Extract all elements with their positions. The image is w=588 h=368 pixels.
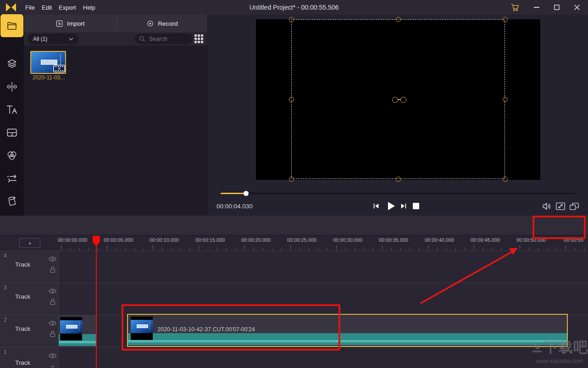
menu-file[interactable]: File: [25, 4, 35, 11]
fullscreen-icon[interactable]: [555, 202, 566, 211]
split-screen-icon: [6, 127, 18, 139]
previous-frame-button[interactable]: [372, 202, 380, 210]
watermark-text: 下载吧: [544, 338, 588, 357]
selection-handle-mid-right[interactable]: [503, 97, 508, 102]
sidebar-item-effects[interactable]: [6, 58, 18, 70]
selection-handle-bottom-right[interactable]: [503, 177, 508, 182]
ruler-label: 00:00:05.000: [104, 237, 133, 243]
track-number: 4: [4, 252, 7, 259]
unlock-icon[interactable]: [49, 266, 56, 273]
selection-handle-top-left[interactable]: [289, 17, 294, 22]
seek-thumb[interactable]: [244, 191, 249, 196]
ruler-label: 00:00:35.000: [379, 237, 408, 243]
menu-help[interactable]: Help: [83, 4, 95, 11]
ruler-label: 00:00:45.000: [471, 237, 500, 243]
annotation-box-clip: [122, 304, 340, 351]
timeline-toolbar: Export: [0, 216, 588, 235]
clip-thumbnail: [60, 317, 82, 340]
next-frame-button[interactable]: [400, 202, 407, 210]
close-button[interactable]: [571, 1, 582, 14]
track-header-2[interactable]: 2 Track: [0, 315, 59, 347]
minimize-button[interactable]: [531, 1, 542, 14]
seek-bar-progress: [221, 193, 246, 194]
search-input[interactable]: [148, 35, 189, 43]
selection-handle-top-right[interactable]: [503, 17, 508, 22]
selection-rotate-handle[interactable]: [400, 97, 406, 103]
tab-import[interactable]: Import: [24, 15, 116, 32]
store-cart-icon[interactable]: [510, 3, 520, 11]
media-tabs: Import Record: [24, 15, 207, 32]
sidebar-item-media[interactable]: [0, 14, 23, 37]
rotate-element-icon: [6, 195, 18, 207]
unlock-icon[interactable]: [49, 365, 56, 368]
track-name: Track: [15, 261, 30, 268]
window-title: Untitled Project* - 00:00:55.506: [183, 4, 405, 11]
sidebar: [0, 15, 24, 216]
eye-icon[interactable]: [48, 256, 57, 262]
ruler-label: 00:00:15.000: [195, 237, 225, 243]
play-button[interactable]: [385, 201, 396, 212]
view-grid-icon[interactable]: [194, 34, 203, 43]
watermark-url: www.xiazaiba.com: [531, 358, 588, 364]
detach-window-icon[interactable]: [569, 202, 579, 211]
menu-export[interactable]: Export: [59, 4, 76, 11]
playhead-line[interactable]: [96, 239, 97, 368]
selection-handle-bottom-left[interactable]: [289, 177, 294, 182]
film-badge-icon: [53, 65, 65, 72]
media-panel: Import Record All (1): [24, 15, 207, 216]
unlock-icon[interactable]: [49, 330, 56, 338]
search-icon: [139, 36, 145, 42]
overlap-circles-icon: [6, 150, 18, 162]
track-divider: [0, 283, 588, 283]
media-library-item[interactable]: 2020-11-03...: [30, 51, 67, 80]
sidebar-item-transitions[interactable]: [6, 173, 18, 184]
selection-handle-mid-left[interactable]: [289, 97, 294, 102]
track-header-4[interactable]: 4 Track: [0, 251, 59, 283]
maximize-button[interactable]: [551, 1, 562, 14]
timeline-clip-fragment[interactable]: [59, 315, 96, 347]
selection-handle-top-center[interactable]: [396, 17, 401, 22]
sidebar-item-motion[interactable]: [6, 195, 18, 207]
unlock-icon[interactable]: [49, 298, 56, 306]
eye-icon[interactable]: [48, 288, 57, 294]
ruler-label: 00:00:25.000: [287, 237, 316, 243]
track-name: Track: [15, 293, 30, 300]
seek-bar[interactable]: [221, 193, 575, 194]
sidebar-item-filters[interactable]: [6, 150, 18, 162]
app-window: File Edit Export Help Untitled Project* …: [0, 0, 588, 368]
ruler-label: 00:00:40.000: [425, 237, 454, 243]
menu-edit[interactable]: Edit: [42, 4, 52, 11]
annotation-box-export: [533, 216, 586, 239]
selection-handle-bottom-center[interactable]: [396, 177, 401, 182]
ruler-label: 00:00:00.000: [58, 237, 87, 243]
stop-button[interactable]: [413, 203, 419, 209]
tab-import-label: Import: [67, 20, 84, 27]
tab-record-label: Record: [158, 20, 178, 27]
preview-panel: 00:00:04.030: [207, 15, 588, 216]
track-name: Track: [15, 359, 30, 366]
watermark-logo-icon: [531, 340, 543, 354]
import-icon: [55, 20, 63, 28]
track-name: Track: [15, 325, 30, 332]
current-time: 00:00:04.030: [216, 203, 253, 210]
transition-arrows-icon: [6, 173, 18, 184]
chevron-down-icon: [69, 38, 73, 40]
media-search-box[interactable]: [135, 33, 193, 44]
sidebar-item-text[interactable]: [6, 104, 18, 116]
text-icon: [6, 104, 18, 116]
volume-icon[interactable]: [542, 202, 552, 211]
tab-record[interactable]: Record: [117, 15, 207, 32]
add-track-button[interactable]: +: [19, 238, 40, 248]
sidebar-item-split-screen[interactable]: [6, 127, 18, 139]
filter-value: All (1): [33, 36, 47, 42]
track-header-3[interactable]: 3 Track: [0, 283, 59, 315]
ruler-label: 00:00:10.000: [150, 237, 179, 243]
layers-icon: [6, 58, 18, 70]
sidebar-item-audio[interactable]: [6, 81, 18, 93]
eye-icon[interactable]: [48, 320, 57, 326]
media-filter-dropdown[interactable]: All (1): [28, 33, 79, 44]
audio-wave-icon: [6, 81, 18, 93]
track-header-1[interactable]: 1 Track: [0, 347, 59, 368]
eye-icon[interactable]: [48, 353, 57, 359]
media-item-label: 2020-11-03...: [27, 74, 71, 81]
